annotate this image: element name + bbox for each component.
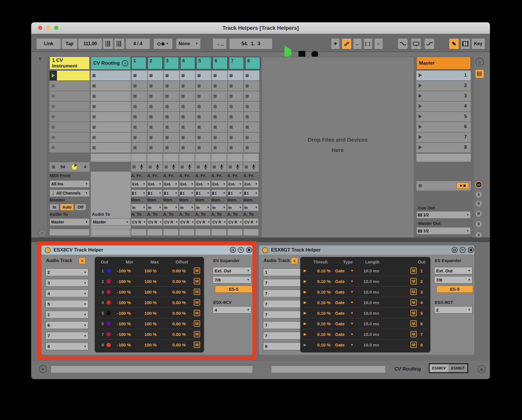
returns-section-toggle[interactable]: R: [475, 200, 482, 207]
row-play-icon[interactable]: ▶: [304, 279, 311, 283]
clip-slot-audio[interactable]: [196, 81, 211, 91]
clip-slot-audio[interactable]: [212, 143, 227, 152]
clip-slot-audio[interactable]: [164, 81, 179, 91]
clip-slot-audio[interactable]: [212, 122, 227, 132]
length-field[interactable]: 10.0 ms: [356, 300, 379, 305]
audio-to-select[interactable]: Master▼: [91, 218, 130, 226]
audio-from-select[interactable]: Ext.▼: [227, 180, 243, 188]
thresh-field[interactable]: 0.10 %: [311, 290, 331, 294]
crossfade-icon[interactable]: ≈: [38, 229, 47, 237]
type-select[interactable]: Gate: [335, 290, 348, 294]
min-field[interactable]: -100 %: [111, 332, 131, 337]
io-section-toggle[interactable]: I-O: [475, 181, 482, 188]
group-unfold-icon[interactable]: ≡: [122, 60, 128, 66]
audio-channel-select[interactable]: 1▼: [147, 189, 163, 197]
cue-out-select[interactable]: 1/2▼: [416, 211, 471, 219]
monitor-off-button[interactable]: Off: [75, 204, 86, 211]
fade-out-tool-button[interactable]: [398, 39, 408, 49]
device-activator-led[interactable]: [45, 247, 51, 253]
mute-button[interactable]: M: [410, 299, 417, 306]
clip-stop-button[interactable]: [133, 74, 137, 77]
audio-from-select[interactable]: Ext.▼: [179, 180, 195, 188]
clip-slot-audio[interactable]: [164, 143, 179, 152]
clip-stop-button[interactable]: [230, 105, 233, 108]
scene-row[interactable]: 6: [416, 122, 471, 132]
clip-slot-group[interactable]: [91, 132, 131, 142]
offset-field[interactable]: 0.00 %: [157, 311, 186, 316]
mute-button[interactable]: M: [194, 278, 200, 284]
audio-track-select[interactable]: 7▼: [263, 321, 306, 329]
clip-record-icon[interactable]: [52, 94, 55, 98]
max-field[interactable]: 100 %: [131, 321, 157, 326]
punch-button[interactable]: [ ]: [364, 39, 372, 49]
clip-slot-audio[interactable]: [180, 91, 195, 101]
clip-record-icon[interactable]: [52, 136, 55, 139]
clip-stop-button[interactable]: [246, 126, 249, 129]
scene-row[interactable]: 1: [416, 71, 471, 80]
clip-stop-button[interactable]: [213, 74, 217, 77]
mute-button[interactable]: M: [410, 342, 417, 348]
mute-button[interactable]: M: [194, 289, 200, 295]
clip-slot-audio[interactable]: [196, 112, 211, 122]
thresh-field[interactable]: 0.10 %: [311, 300, 331, 305]
clip-stop-button[interactable]: [197, 84, 201, 88]
clip-record-icon[interactable]: [52, 146, 55, 149]
clip-slot-audio[interactable]: [212, 91, 227, 101]
scene-play-icon[interactable]: [419, 84, 422, 88]
reenable-automation-button[interactable]: ←: [353, 39, 361, 49]
max-field[interactable]: 100 %: [131, 300, 157, 305]
hot-swap-icon[interactable]: ↻: [460, 247, 466, 253]
clip-slot-audio[interactable]: [164, 91, 179, 101]
track-header-audio[interactable]: 5: [196, 57, 211, 70]
max-field[interactable]: 100 %: [131, 311, 157, 316]
es5-button[interactable]: ES-5: [215, 286, 252, 293]
clip-stop-button[interactable]: [165, 74, 169, 77]
clip-stop-button[interactable]: [133, 105, 137, 108]
clip-stop-button[interactable]: [213, 95, 217, 98]
automation-arm-button[interactable]: [342, 39, 351, 49]
audio-to-select[interactable]: CV R▼: [211, 218, 227, 226]
clip-stop-button[interactable]: [133, 126, 137, 129]
monitor-select[interactable]: In▼: [131, 204, 147, 211]
clip-stop-button[interactable]: [92, 136, 96, 139]
clip-stop-button[interactable]: [197, 74, 201, 77]
audio-channel-select[interactable]: 1▼: [227, 189, 243, 197]
clip-stop-button[interactable]: [213, 126, 217, 129]
play-button[interactable]: [284, 50, 291, 55]
clip-stop-button[interactable]: [165, 115, 169, 118]
back-button[interactable]: <: [79, 257, 86, 264]
clip-stop-button[interactable]: [133, 146, 137, 149]
type-select[interactable]: Gate: [335, 332, 348, 337]
clip-slot-audio[interactable]: [228, 132, 243, 142]
max-field[interactable]: 100 %: [131, 268, 157, 273]
chevron-down-icon[interactable]: ▼: [348, 322, 356, 325]
clip-slot-audio[interactable]: [132, 143, 147, 152]
clip-slot-audio[interactable]: [132, 102, 147, 111]
clip-stop-button[interactable]: [92, 115, 96, 118]
audio-track-select[interactable]: 1▼: [263, 268, 306, 276]
clip-slot-audio[interactable]: [132, 132, 147, 142]
track-header-audio[interactable]: 6: [212, 57, 228, 70]
row-play-icon[interactable]: ▶: [304, 269, 311, 273]
clip-stop-button[interactable]: [246, 105, 249, 108]
clip-stop-button[interactable]: [230, 95, 233, 98]
clip-stop-button[interactable]: [197, 126, 201, 129]
offset-field[interactable]: 0.00 %: [157, 279, 186, 284]
clip-slot-audio[interactable]: [228, 112, 243, 122]
clip-slot-group[interactable]: [91, 122, 131, 132]
mute-button[interactable]: M: [410, 268, 417, 274]
clip-stop-button[interactable]: [230, 136, 233, 139]
clip-stop-button[interactable]: [92, 95, 96, 98]
arm-mic-icon[interactable]: [236, 164, 240, 170]
clip-slot-audio[interactable]: [196, 132, 211, 142]
clip-slot-audio[interactable]: [164, 122, 179, 132]
clip-stop-button[interactable]: [230, 146, 233, 149]
loop-region-button[interactable]: [411, 39, 421, 49]
clip-slot-audio[interactable]: [148, 91, 163, 101]
clip-stop-button[interactable]: [245, 165, 248, 169]
clip-slot-group[interactable]: [91, 91, 131, 101]
clip-stop-button[interactable]: [197, 136, 201, 139]
clip-slot-audio[interactable]: [196, 122, 211, 132]
clip-slot-audio[interactable]: [132, 81, 147, 91]
clip-stop-button[interactable]: [149, 95, 153, 98]
